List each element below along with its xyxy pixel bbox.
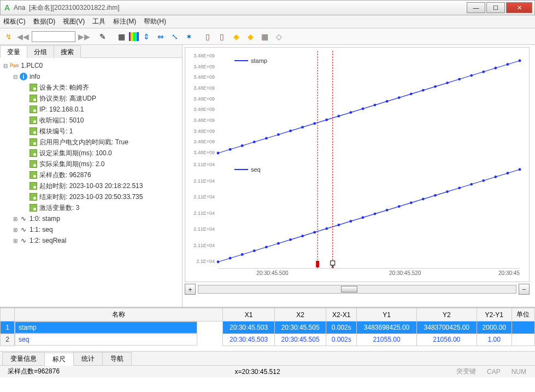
vfit-icon[interactable]: ⇕ (140, 30, 153, 43)
col-dx[interactable]: X2-X1 (326, 308, 357, 321)
shrink-icon[interactable]: ⤡ (168, 30, 181, 43)
svg-text:seq: seq (251, 166, 261, 173)
doc-icon (30, 160, 37, 168)
status-samples: 采样点数=962876 (3, 367, 64, 376)
menu-tool[interactable]: 工具 (92, 17, 105, 26)
svg-text:2.11E+04: 2.11E+04 (193, 178, 215, 184)
pane2-icon[interactable]: ▯ (215, 30, 228, 43)
tree-var[interactable]: 1:0: stamp (30, 215, 60, 223)
btab-varinfo[interactable]: 变量信息 (2, 352, 45, 365)
eraser-icon[interactable]: ◇ (272, 30, 285, 43)
rewind-icon[interactable]: ◀◀ (16, 30, 30, 43)
btab-stats[interactable]: 统计 (73, 352, 103, 365)
table-header-row: 名称 X1 X2 X2-X1 Y1 Y2 Y2-Y1 单位 (1, 308, 535, 321)
doc-icon (30, 149, 37, 157)
tree-item[interactable]: 协议类别: 高速UDP (39, 94, 96, 103)
calendar-icon[interactable]: ▦ (258, 30, 271, 43)
zoom-out-button[interactable]: − (519, 284, 530, 295)
tree-item[interactable]: 采样点数: 962876 (39, 171, 91, 180)
tree-item[interactable]: 起始时刻: 2023-10-03 20:18:22.513 (39, 182, 143, 191)
col-unit[interactable]: 单位 (512, 308, 534, 321)
palette-icon[interactable] (129, 32, 139, 41)
svg-text:3.48E+09: 3.48E+09 (193, 53, 215, 58)
col-y2[interactable]: Y2 (416, 308, 477, 321)
forward-icon[interactable]: ▶▶ (78, 30, 91, 43)
tree-item[interactable]: IP: 192.168.0.1 (39, 106, 84, 113)
chart-area[interactable]: 3.48E+093.48E+093.48E+093.48E+093.48E+09… (185, 47, 530, 282)
btab-nav[interactable]: 导航 (102, 352, 132, 365)
tree-item[interactable]: 模块编号: 1 (39, 127, 73, 136)
tag1-icon[interactable]: ◆ (230, 30, 243, 43)
menu-view[interactable]: 视图(V) (63, 17, 85, 26)
menu-bar: 模板(C) 数据(D) 视图(V) 工具 标注(M) 帮助(H) (0, 15, 535, 28)
svg-rect-78 (316, 261, 319, 267)
svg-text:2.11E+04: 2.11E+04 (193, 210, 215, 216)
svg-text:2.11E+04: 2.11E+04 (193, 194, 215, 200)
tab-groups[interactable]: 分组 (27, 45, 54, 58)
window-title: Ana [未命名][20231003201822.ihm] (14, 3, 466, 13)
col-name[interactable]: 名称 (15, 308, 223, 321)
svg-text:3.48E+09: 3.48E+09 (193, 64, 215, 69)
tree-item[interactable]: 实际采集周期(ms): 2.0 (39, 160, 104, 169)
status-bar: 采样点数=962876 x=20:30:45.512 突变键 CAP NUM (0, 365, 535, 377)
svg-text:2.11E+04: 2.11E+04 (193, 243, 215, 248)
minimize-button[interactable]: — (467, 2, 485, 13)
col-dy[interactable]: Y2-Y1 (477, 308, 512, 321)
tree-item[interactable]: 激活变量数: 3 (39, 203, 79, 213)
svg-text:20:30:45.500: 20:30:45.500 (256, 270, 289, 276)
btab-ruler[interactable]: 标尺 (44, 353, 74, 366)
refresh-icon[interactable]: ↯ (2, 30, 15, 43)
toolbar: ↯ ◀◀ ▶▶ ✎ ▦ ⇕ ⇔ ⤡ ✶ ▯ ▯ ◆ ◆ ▦ ◇ (0, 28, 535, 45)
col-x1[interactable]: X1 (223, 308, 275, 321)
menu-help[interactable]: 帮助(H) (144, 17, 166, 26)
doc-icon (30, 182, 37, 190)
menu-data[interactable]: 数据(D) (33, 17, 56, 26)
doc-icon (30, 95, 37, 102)
edit-icon[interactable]: ✎ (96, 30, 109, 43)
maximize-button[interactable]: ☐ (486, 2, 505, 13)
tree-var[interactable]: 1:2: seqReal (30, 237, 66, 244)
menu-annotate[interactable]: 标注(M) (113, 17, 136, 26)
tab-variables[interactable]: 变量 (0, 45, 27, 58)
col-y1[interactable]: Y1 (357, 308, 417, 321)
tree-item[interactable]: 启用用户电文内的时间戳: True (39, 138, 128, 147)
app-icon: A (3, 3, 11, 12)
horizontal-scrollbar[interactable] (198, 285, 516, 294)
scrollbar-thumb[interactable] (341, 286, 357, 292)
info-icon: i (20, 73, 27, 80)
svg-text:2.11E+04: 2.11E+04 (193, 162, 215, 167)
tree-item[interactable]: 收听端口: 5010 (39, 116, 84, 125)
svg-text:2.1E+04: 2.1E+04 (196, 259, 215, 264)
zoom-in-button[interactable]: + (185, 284, 196, 295)
tree-item[interactable]: 设定采集周期(ms): 100.0 (39, 149, 112, 158)
table-row[interactable]: 2seq20:30:45.50320:30:45.5050.002s21055.… (1, 334, 535, 346)
svg-text:3.48E+09: 3.48E+09 (193, 139, 215, 144)
pane1-icon[interactable]: ▯ (201, 30, 214, 43)
close-button[interactable]: ✕ (506, 2, 532, 13)
center-icon[interactable]: ✶ (183, 30, 196, 43)
tab-search[interactable]: 搜索 (54, 45, 81, 58)
toolbar-dropdown[interactable] (32, 31, 75, 42)
doc-icon (30, 193, 37, 201)
tree-item[interactable]: 结束时刻: 2023-10-03 20:50:33.735 (39, 192, 143, 202)
tree-info[interactable]: info (30, 73, 40, 80)
doc-icon (30, 171, 37, 179)
col-x2[interactable]: X2 (274, 308, 326, 321)
tag2-icon[interactable]: ◆ (244, 30, 257, 43)
status-cursor-x: x=20:30:45.512 (230, 368, 284, 376)
svg-text:3.48E+09: 3.48E+09 (193, 74, 215, 80)
tree-var[interactable]: 1:1: seq (30, 226, 53, 233)
variable-tree[interactable]: ⊟Pam1.PLC0 ⊟iinfo 设备大类: 帕姆齐协议类别: 高速UDPIP… (0, 58, 182, 307)
tree-root[interactable]: 1.PLC0 (21, 62, 43, 69)
status-cap: CAP (481, 368, 506, 376)
doc-icon (30, 127, 37, 135)
tree-item[interactable]: 设备大类: 帕姆齐 (39, 83, 89, 92)
svg-text:20:30:45.520: 20:30:45.520 (389, 270, 421, 276)
side-panel: 变量 分组 搜索 ⊟Pam1.PLC0 ⊟iinfo 设备大类: 帕姆齐协议类别… (0, 45, 183, 307)
menu-template[interactable]: 模板(C) (3, 17, 26, 26)
doc-icon (30, 116, 37, 124)
svg-text:3.48E+09: 3.48E+09 (193, 107, 215, 112)
hfit-icon[interactable]: ⇔ (154, 30, 167, 43)
grid-icon[interactable]: ▦ (115, 30, 128, 43)
table-row[interactable]: 1stamp20:30:45.50320:30:45.5050.002s3483… (1, 321, 535, 334)
